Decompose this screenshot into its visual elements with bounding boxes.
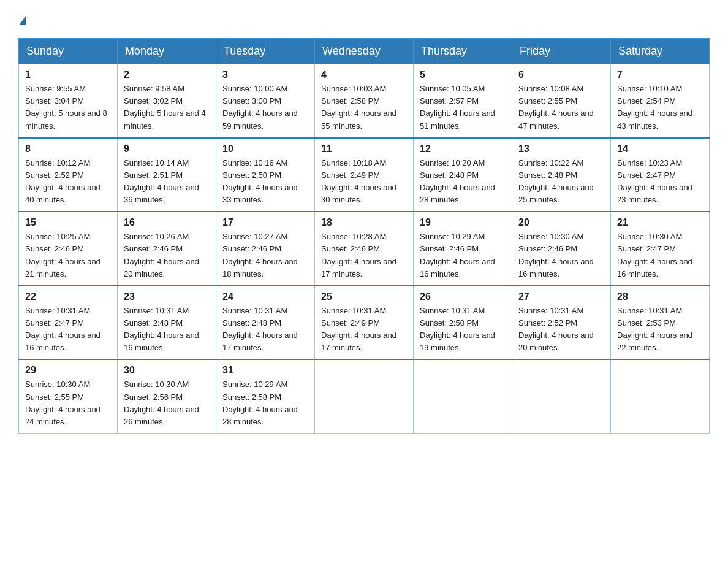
day-info: Sunrise: 10:29 AMSunset: 2:58 PMDaylight… — [222, 378, 308, 428]
day-number: 16 — [124, 217, 210, 228]
day-number: 7 — [617, 69, 703, 80]
day-info: Sunrise: 10:27 AMSunset: 2:46 PMDaylight… — [222, 231, 308, 280]
day-number: 27 — [518, 291, 604, 302]
day-info: Sunrise: 10:30 AMSunset: 2:47 PMDaylight… — [617, 231, 703, 280]
calendar-week-row: 22Sunrise: 10:31 AMSunset: 2:47 PMDaylig… — [19, 286, 710, 360]
day-info: Sunrise: 10:22 AMSunset: 2:48 PMDaylight… — [518, 157, 604, 207]
day-number: 22 — [25, 291, 111, 302]
calendar-cell: 29Sunrise: 10:30 AMSunset: 2:55 PMDaylig… — [19, 359, 118, 433]
day-info: Sunrise: 9:58 AMSunset: 3:02 PMDaylight:… — [124, 83, 210, 132]
day-number: 28 — [617, 291, 703, 302]
day-number: 4 — [321, 69, 407, 80]
day-info: Sunrise: 10:25 AMSunset: 2:46 PMDaylight… — [25, 231, 111, 280]
page-header — [18, 12, 710, 27]
calendar-table: SundayMondayTuesdayWednesdayThursdayFrid… — [18, 38, 710, 434]
day-info: Sunrise: 10:31 AMSunset: 2:50 PMDaylight… — [420, 305, 506, 354]
calendar-cell: 13Sunrise: 10:22 AMSunset: 2:48 PMDaylig… — [512, 138, 611, 212]
calendar-cell: 10Sunrise: 10:16 AMSunset: 2:50 PMDaylig… — [216, 138, 315, 212]
day-info: Sunrise: 9:55 AMSunset: 3:04 PMDaylight:… — [25, 83, 111, 132]
calendar-cell: 1Sunrise: 9:55 AMSunset: 3:04 PMDaylight… — [19, 64, 118, 138]
calendar-week-row: 1Sunrise: 9:55 AMSunset: 3:04 PMDaylight… — [19, 64, 710, 138]
calendar-cell: 3Sunrise: 10:00 AMSunset: 3:00 PMDayligh… — [216, 64, 315, 138]
calendar-cell: 20Sunrise: 10:30 AMSunset: 2:46 PMDaylig… — [512, 212, 611, 286]
day-number: 21 — [617, 217, 703, 228]
calendar-week-row: 29Sunrise: 10:30 AMSunset: 2:55 PMDaylig… — [19, 359, 710, 433]
day-info: Sunrise: 10:05 AMSunset: 2:57 PMDaylight… — [420, 83, 506, 132]
weekday-header-row: SundayMondayTuesdayWednesdayThursdayFrid… — [19, 39, 710, 64]
day-info: Sunrise: 10:14 AMSunset: 2:51 PMDaylight… — [124, 157, 210, 207]
day-info: Sunrise: 10:31 AMSunset: 2:52 PMDaylight… — [518, 305, 604, 354]
day-number: 23 — [124, 291, 210, 302]
day-info: Sunrise: 10:30 AMSunset: 2:46 PMDaylight… — [518, 231, 604, 280]
calendar-cell: 27Sunrise: 10:31 AMSunset: 2:52 PMDaylig… — [512, 286, 611, 360]
weekday-header-monday: Monday — [118, 39, 216, 64]
calendar-cell — [414, 359, 512, 433]
day-info: Sunrise: 10:08 AMSunset: 2:55 PMDaylight… — [518, 83, 604, 132]
logo-triangle-icon — [20, 16, 26, 25]
calendar-cell: 2Sunrise: 9:58 AMSunset: 3:02 PMDaylight… — [118, 64, 216, 138]
day-number: 11 — [321, 144, 407, 155]
calendar-cell: 16Sunrise: 10:26 AMSunset: 2:46 PMDaylig… — [118, 212, 216, 286]
day-number: 8 — [25, 144, 111, 155]
day-info: Sunrise: 10:20 AMSunset: 2:48 PMDaylight… — [420, 157, 506, 207]
day-number: 17 — [222, 217, 308, 228]
day-number: 6 — [518, 69, 604, 80]
day-number: 1 — [25, 69, 111, 80]
day-number: 20 — [518, 217, 604, 228]
day-info: Sunrise: 10:30 AMSunset: 2:56 PMDaylight… — [124, 378, 210, 428]
day-info: Sunrise: 10:31 AMSunset: 2:48 PMDaylight… — [124, 305, 210, 354]
calendar-cell: 8Sunrise: 10:12 AMSunset: 2:52 PMDayligh… — [19, 138, 118, 212]
day-number: 19 — [420, 217, 506, 228]
calendar-cell: 5Sunrise: 10:05 AMSunset: 2:57 PMDayligh… — [414, 64, 512, 138]
calendar-cell: 9Sunrise: 10:14 AMSunset: 2:51 PMDayligh… — [118, 138, 216, 212]
day-info: Sunrise: 10:29 AMSunset: 2:46 PMDaylight… — [420, 231, 506, 280]
day-number: 30 — [124, 365, 210, 376]
weekday-header-thursday: Thursday — [414, 39, 512, 64]
day-number: 5 — [420, 69, 506, 80]
weekday-header-friday: Friday — [512, 39, 611, 64]
day-info: Sunrise: 10:31 AMSunset: 2:47 PMDaylight… — [25, 305, 111, 354]
day-info: Sunrise: 10:16 AMSunset: 2:50 PMDaylight… — [222, 157, 308, 207]
weekday-header-saturday: Saturday — [611, 39, 710, 64]
calendar-cell: 6Sunrise: 10:08 AMSunset: 2:55 PMDayligh… — [512, 64, 611, 138]
day-info: Sunrise: 10:03 AMSunset: 2:58 PMDaylight… — [321, 83, 407, 132]
day-number: 13 — [518, 144, 604, 155]
calendar-cell: 7Sunrise: 10:10 AMSunset: 2:54 PMDayligh… — [611, 64, 710, 138]
day-number: 9 — [124, 144, 210, 155]
calendar-cell: 15Sunrise: 10:25 AMSunset: 2:46 PMDaylig… — [19, 212, 118, 286]
day-info: Sunrise: 10:31 AMSunset: 2:49 PMDaylight… — [321, 305, 407, 354]
day-number: 25 — [321, 291, 407, 302]
calendar-cell — [315, 359, 414, 433]
calendar-cell: 28Sunrise: 10:31 AMSunset: 2:53 PMDaylig… — [611, 286, 710, 360]
calendar-cell: 24Sunrise: 10:31 AMSunset: 2:48 PMDaylig… — [216, 286, 315, 360]
day-number: 29 — [25, 365, 111, 376]
day-number: 14 — [617, 144, 703, 155]
weekday-header-sunday: Sunday — [19, 39, 118, 64]
logo — [18, 12, 26, 27]
calendar-cell: 23Sunrise: 10:31 AMSunset: 2:48 PMDaylig… — [118, 286, 216, 360]
calendar-cell: 26Sunrise: 10:31 AMSunset: 2:50 PMDaylig… — [414, 286, 512, 360]
calendar-cell: 19Sunrise: 10:29 AMSunset: 2:46 PMDaylig… — [414, 212, 512, 286]
calendar-cell — [512, 359, 611, 433]
day-number: 31 — [222, 365, 308, 376]
calendar-cell: 17Sunrise: 10:27 AMSunset: 2:46 PMDaylig… — [216, 212, 315, 286]
calendar-cell: 25Sunrise: 10:31 AMSunset: 2:49 PMDaylig… — [315, 286, 414, 360]
calendar-cell: 12Sunrise: 10:20 AMSunset: 2:48 PMDaylig… — [414, 138, 512, 212]
day-number: 26 — [420, 291, 506, 302]
calendar-cell: 22Sunrise: 10:31 AMSunset: 2:47 PMDaylig… — [19, 286, 118, 360]
day-info: Sunrise: 10:30 AMSunset: 2:55 PMDaylight… — [25, 378, 111, 428]
day-number: 3 — [222, 69, 308, 80]
day-info: Sunrise: 10:10 AMSunset: 2:54 PMDaylight… — [617, 83, 703, 132]
calendar-week-row: 15Sunrise: 10:25 AMSunset: 2:46 PMDaylig… — [19, 212, 710, 286]
day-info: Sunrise: 10:00 AMSunset: 3:00 PMDaylight… — [222, 83, 308, 132]
calendar-cell: 21Sunrise: 10:30 AMSunset: 2:47 PMDaylig… — [611, 212, 710, 286]
weekday-header-wednesday: Wednesday — [315, 39, 414, 64]
calendar-cell: 30Sunrise: 10:30 AMSunset: 2:56 PMDaylig… — [118, 359, 216, 433]
calendar-cell: 11Sunrise: 10:18 AMSunset: 2:49 PMDaylig… — [315, 138, 414, 212]
calendar-cell: 14Sunrise: 10:23 AMSunset: 2:47 PMDaylig… — [611, 138, 710, 212]
calendar-cell — [611, 359, 710, 433]
day-info: Sunrise: 10:28 AMSunset: 2:46 PMDaylight… — [321, 231, 407, 280]
day-info: Sunrise: 10:23 AMSunset: 2:47 PMDaylight… — [617, 157, 703, 207]
calendar-cell: 18Sunrise: 10:28 AMSunset: 2:46 PMDaylig… — [315, 212, 414, 286]
day-number: 2 — [124, 69, 210, 80]
